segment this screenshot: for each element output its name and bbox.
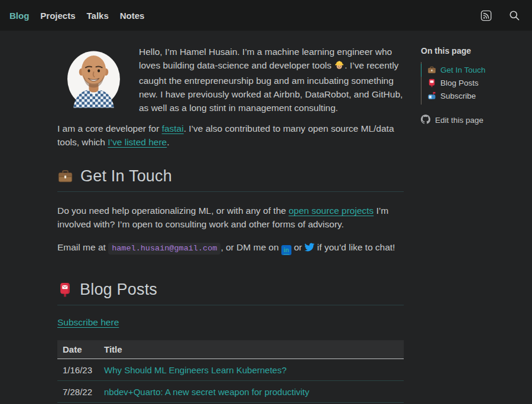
nav-item-notes[interactable]: Notes (120, 11, 145, 21)
get-in-touch-title: Get In Touch (80, 167, 172, 185)
blog-posts-heading: Blog Posts (57, 281, 404, 299)
core-dev-text-3: . (167, 137, 169, 147)
nav-item-talks[interactable]: Talks (87, 11, 109, 21)
briefcase-icon (427, 66, 436, 74)
edit-this-page-link[interactable]: Edit this page (421, 115, 526, 126)
toc-item-label: Get In Touch (440, 66, 485, 74)
contact-text-3: or (291, 242, 304, 252)
section-divider (57, 305, 404, 305)
navbar: Blog Projects Talks Notes (0, 0, 532, 31)
email-address: hamel.husain@gmail.com (108, 243, 220, 255)
post-title-link[interactable]: nbdev+Quarto: A new secret weapon for pr… (104, 387, 309, 397)
contact-paragraph: Email me at hamel.husain@gmail.com, or D… (57, 240, 404, 256)
consulting-paragraph: Do you need help operationalizing ML, or… (57, 204, 404, 231)
toc: Get In Touch Blog Posts (421, 62, 526, 105)
contact-text-2: , or DM me on (220, 242, 281, 252)
open-source-projects-link[interactable]: open source projects (288, 206, 374, 216)
postbox-icon (57, 282, 73, 298)
rss-icon[interactable] (481, 10, 492, 21)
github-icon (421, 115, 430, 126)
table-header-date: Date (57, 340, 99, 359)
table-row: 1/16/23 Why Should ML Engineers Learn Ku… (57, 359, 404, 381)
subscribe-line: Subscribe here (57, 317, 404, 328)
search-icon[interactable] (508, 9, 520, 21)
fastai-link[interactable]: fastai (162, 123, 184, 133)
toc-item-label: Blog Posts (440, 79, 479, 87)
consulting-text-1: Do you need help operationalizing ML, or… (57, 206, 288, 216)
contact-text-4: if you’d like to chat! (314, 242, 395, 252)
post-date: 7/28/22 (57, 381, 99, 403)
twitter-icon[interactable] (304, 242, 314, 256)
contact-text-1: Email me at (57, 242, 108, 252)
mailbox-icon (427, 92, 436, 100)
table-row: 7/28/22 nbdev+Quarto: A new secret weapo… (57, 381, 404, 403)
on-this-page-sidebar: On this page Get In Touch (421, 45, 526, 403)
post-date: 1/16/23 (57, 359, 99, 381)
sidebar-title: On this page (421, 46, 526, 56)
post-title-link[interactable]: Why Should ML Engineers Learn Kubernetes… (104, 365, 287, 375)
blog-posts-table: Date Title 1/16/23 Why Should ML Enginee… (57, 340, 404, 403)
nav-item-blog[interactable]: Blog (9, 11, 29, 21)
main-content: Hello, I’m Hamel Husain. I’m a machine l… (57, 45, 404, 403)
section-divider (57, 191, 404, 192)
toc-item-label: Subscribe (440, 92, 476, 100)
toc-item-blog-posts[interactable]: Blog Posts (421, 77, 526, 90)
navbar-icons (481, 9, 520, 21)
nav-item-projects[interactable]: Projects (40, 11, 75, 21)
intro-section: Hello, I’m Hamel Husain. I’m a machine l… (57, 45, 404, 115)
intro-paragraph: Hello, I’m Hamel Husain. I’m a machine l… (139, 45, 404, 115)
subscribe-here-link[interactable]: Subscribe here (57, 317, 119, 327)
toc-item-subscribe[interactable]: Subscribe (421, 90, 526, 103)
avatar-photo (66, 47, 122, 109)
construction-worker-icon (334, 60, 345, 74)
table-header-row: Date Title (57, 340, 404, 359)
core-dev-text-1: I am a core developer for (57, 123, 162, 133)
linkedin-icon[interactable]: in (281, 245, 291, 255)
toc-item-get-in-touch[interactable]: Get In Touch (421, 64, 526, 77)
briefcase-icon (57, 168, 73, 184)
get-in-touch-heading: Get In Touch (57, 167, 404, 185)
table-header-title: Title (99, 340, 404, 359)
page-body: Hello, I’m Hamel Husain. I’m a machine l… (0, 31, 532, 403)
postbox-icon (427, 79, 436, 87)
nav-links: Blog Projects Talks Notes (9, 11, 144, 21)
core-dev-paragraph: I am a core developer for fastai. I’ve a… (57, 122, 404, 149)
edit-link-label: Edit this page (435, 116, 484, 125)
blog-posts-title: Blog Posts (80, 281, 157, 299)
listed-here-link[interactable]: I’ve listed here (108, 137, 167, 147)
